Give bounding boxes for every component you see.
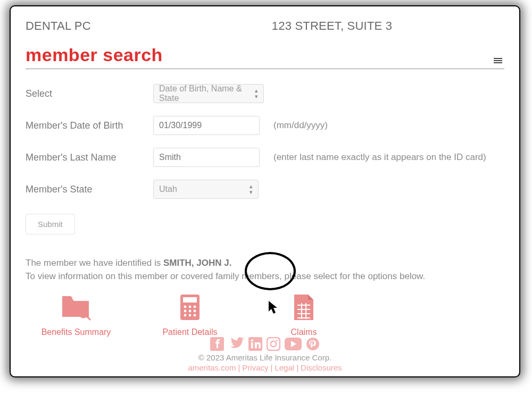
lastname-label: Member's Last Name (26, 152, 153, 163)
svg-point-12 (194, 314, 196, 317)
svg-rect-23 (267, 338, 280, 350)
svg-point-4 (184, 306, 187, 308)
search-type-value: Date of Birth, Name & State (159, 84, 258, 103)
benefits-summary-button[interactable]: Benefits Summary (36, 292, 116, 337)
svg-point-25 (276, 340, 278, 341)
provider-address: 123 STREET, SUITE 3 (272, 19, 392, 33)
calculator-icon (179, 292, 201, 322)
folder-search-icon (61, 292, 91, 322)
lastname-input[interactable] (153, 148, 260, 167)
svg-point-8 (189, 310, 192, 313)
result-prefix: The member we have identified is (26, 258, 163, 268)
provider-name: DENTAL PC (26, 19, 91, 33)
dob-label: Member's Date of Birth (26, 120, 153, 131)
footer-link-site[interactable]: ameritas.com (188, 363, 236, 372)
facebook-icon[interactable] (210, 337, 224, 351)
chevron-updown-icon: ▴▾ (250, 183, 253, 195)
svg-point-27 (306, 338, 319, 350)
result-instruction: To view information on this member or co… (26, 270, 504, 283)
pinterest-icon[interactable] (306, 337, 320, 351)
footer-link-legal[interactable]: Legal (275, 363, 294, 372)
state-select[interactable]: Utah ▴▾ (153, 180, 259, 199)
claims-label: Claims (291, 327, 317, 337)
twitter-icon[interactable] (228, 337, 244, 351)
patient-details-button[interactable]: Patient Details (150, 292, 230, 337)
footer-copyright: © 2023 Ameritas Life Insurance Corp. (11, 353, 519, 362)
benefits-summary-label: Benefits Summary (41, 327, 111, 337)
state-value: Utah (159, 184, 177, 194)
svg-point-22 (251, 340, 253, 342)
svg-rect-21 (251, 342, 253, 348)
svg-point-24 (271, 341, 276, 347)
dob-hint: (mm/dd/yyyy) (273, 120, 328, 131)
instagram-icon[interactable] (267, 337, 280, 351)
social-icons-row (11, 337, 519, 351)
select-label: Select (26, 88, 153, 99)
svg-point-9 (194, 310, 196, 313)
svg-point-11 (189, 314, 192, 317)
footer-link-privacy[interactable]: Privacy (242, 363, 268, 372)
result-member-name: SMITH, JOHN J. (163, 258, 231, 268)
chevron-updown-icon: ▴▾ (255, 88, 258, 99)
svg-point-6 (194, 306, 196, 308)
svg-point-7 (184, 310, 187, 313)
footer-links: ameritas.com|Privacy|Legal|Disclosures (11, 363, 519, 372)
svg-point-5 (189, 306, 192, 308)
search-type-select[interactable]: Date of Birth, Name & State ▴▾ (153, 84, 264, 103)
spreadsheet-icon (292, 292, 315, 322)
patient-details-label: Patient Details (162, 327, 217, 337)
svg-rect-3 (183, 297, 197, 302)
submit-button[interactable]: Submit (26, 214, 75, 234)
lastname-hint: (enter last name exactly as it appears o… (273, 152, 486, 163)
linkedin-icon[interactable] (248, 337, 262, 351)
dob-input[interactable] (153, 116, 260, 135)
page-title: member search (26, 45, 163, 65)
footer-link-disclosures[interactable]: Disclosures (301, 363, 342, 372)
state-label: Member's State (26, 184, 153, 195)
svg-line-1 (87, 316, 90, 320)
menu-icon[interactable] (494, 58, 504, 65)
youtube-icon[interactable] (285, 338, 302, 350)
claims-button[interactable]: Claims (264, 292, 344, 337)
svg-point-10 (184, 314, 187, 317)
